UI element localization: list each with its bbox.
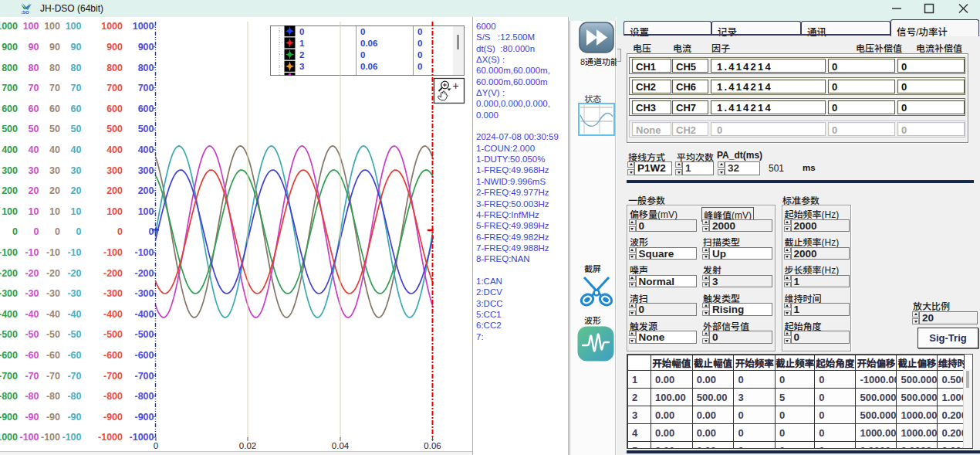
svg-text:0: 0 [417, 62, 422, 71]
svg-text:-90: -90 [25, 412, 39, 423]
svg-text:20: 20 [29, 185, 39, 196]
svg-text:1000: 1000 [0, 21, 18, 32]
svg-text:-70: -70 [46, 371, 60, 382]
svg-text:0: 0 [417, 27, 422, 36]
svg-text:500: 500 [106, 124, 123, 134]
svg-text:0: 0 [117, 226, 123, 237]
svg-text:-400: -400 [103, 309, 123, 320]
svg-text:-400: -400 [134, 309, 154, 320]
svg-text:-100: -100 [103, 247, 123, 258]
svg-text:60: 60 [71, 104, 82, 114]
svg-text:-30: -30 [46, 288, 60, 299]
svg-text:-30: -30 [67, 288, 81, 299]
svg-text:800: 800 [2, 63, 18, 73]
svg-text:-50: -50 [25, 329, 39, 340]
svg-text:-70: -70 [67, 371, 81, 382]
svg-text:-1000: -1000 [130, 432, 154, 443]
svg-text:70: 70 [71, 83, 82, 93]
svg-text:100: 100 [44, 21, 60, 32]
svg-text:600: 600 [106, 104, 123, 114]
svg-text:600: 600 [2, 104, 18, 114]
svg-text:50: 50 [71, 124, 82, 134]
svg-text:300: 300 [106, 165, 123, 176]
svg-text:60: 60 [49, 104, 60, 114]
svg-text:-10: -10 [25, 247, 39, 258]
svg-text:20: 20 [71, 185, 82, 196]
svg-text:-30: -30 [25, 288, 39, 299]
svg-text:-600: -600 [134, 350, 154, 361]
svg-text:-400: -400 [0, 309, 18, 320]
svg-text:-300: -300 [134, 288, 154, 299]
svg-text:80: 80 [29, 63, 39, 73]
svg-text:-100: -100 [134, 247, 154, 258]
svg-text:0: 0 [76, 226, 82, 237]
svg-text:-500: -500 [134, 329, 154, 340]
svg-text:200: 200 [138, 185, 154, 196]
svg-text:0: 0 [55, 226, 60, 237]
svg-text:-1000: -1000 [0, 432, 18, 443]
svg-text:-50: -50 [67, 329, 81, 340]
svg-text:30: 30 [49, 165, 60, 176]
svg-text:0: 0 [154, 441, 158, 450]
svg-text:700: 700 [106, 83, 123, 93]
svg-text:100: 100 [138, 206, 154, 217]
svg-text:-100: -100 [62, 432, 81, 443]
svg-text:-300: -300 [103, 288, 123, 299]
svg-text:0.06: 0.06 [424, 441, 441, 450]
svg-text:-500: -500 [0, 329, 18, 340]
svg-text:0: 0 [299, 27, 304, 36]
svg-text:400: 400 [106, 144, 123, 155]
svg-text:-300: -300 [0, 288, 18, 299]
svg-text:0.06: 0.06 [360, 62, 377, 71]
svg-text:+: + [453, 80, 459, 92]
svg-text:-100: -100 [41, 432, 60, 443]
svg-text:80: 80 [49, 63, 60, 73]
svg-text:-70: -70 [25, 371, 39, 382]
svg-text:100: 100 [2, 206, 18, 217]
svg-text:-900: -900 [134, 412, 154, 423]
svg-text:0.04: 0.04 [332, 441, 350, 450]
svg-text:-800: -800 [134, 391, 154, 402]
svg-text:400: 400 [138, 144, 154, 155]
svg-text:-10: -10 [46, 247, 60, 258]
svg-text:100: 100 [23, 21, 39, 32]
svg-text:10: 10 [49, 206, 60, 217]
svg-text:-200: -200 [134, 268, 154, 279]
svg-text:-80: -80 [25, 391, 39, 402]
svg-text:500: 500 [138, 124, 154, 134]
svg-text:-60: -60 [46, 350, 60, 361]
svg-text:1: 1 [299, 39, 305, 48]
svg-text:20: 20 [49, 185, 60, 196]
svg-text:-20: -20 [25, 268, 39, 279]
svg-text:-90: -90 [67, 412, 81, 423]
svg-text:100: 100 [66, 21, 82, 32]
svg-text:10: 10 [29, 206, 39, 217]
svg-text:-50: -50 [46, 329, 60, 340]
svg-text:0.02: 0.02 [239, 441, 256, 450]
svg-text::SO: :SO [21, 10, 29, 15]
svg-text:900: 900 [106, 42, 123, 53]
svg-text:0: 0 [12, 226, 18, 237]
svg-text:-900: -900 [0, 412, 18, 423]
svg-text:600: 600 [138, 104, 154, 114]
svg-text:0: 0 [360, 50, 365, 59]
svg-text:90: 90 [49, 42, 60, 53]
svg-text:70: 70 [29, 83, 39, 93]
svg-text:50: 50 [29, 124, 39, 134]
svg-text:400: 400 [2, 144, 18, 155]
svg-text:-40: -40 [25, 309, 39, 320]
svg-text:40: 40 [49, 144, 60, 155]
svg-text:-20: -20 [46, 268, 60, 279]
svg-text:200: 200 [2, 185, 18, 196]
svg-text:10: 10 [71, 206, 82, 217]
svg-text:900: 900 [138, 42, 154, 53]
svg-text:-60: -60 [67, 350, 81, 361]
svg-text:3: 3 [299, 62, 304, 71]
svg-text:-100: -100 [0, 247, 18, 258]
svg-text:700: 700 [138, 83, 154, 93]
svg-text:-800: -800 [0, 391, 18, 402]
svg-text:300: 300 [2, 165, 18, 176]
svg-text:-800: -800 [103, 391, 123, 402]
svg-text:-700: -700 [103, 371, 123, 382]
svg-text:-100: -100 [19, 432, 39, 443]
